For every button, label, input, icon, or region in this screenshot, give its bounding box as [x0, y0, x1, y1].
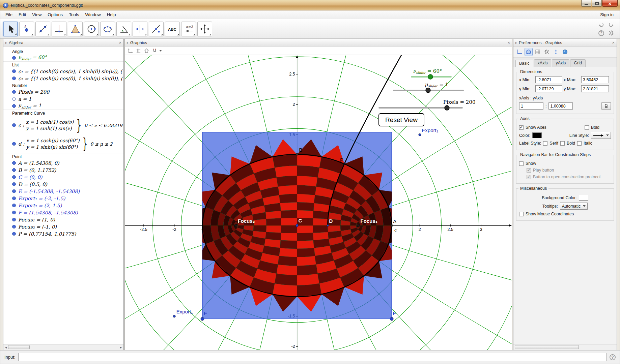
algebra-item[interactable]: Pixels = 200 — [3, 88, 123, 95]
algebra-item[interactable]: c₂ = {(1 cosh(μ) cos(0), 1 sinh(μ) sin(0… — [3, 75, 123, 82]
tool-angle[interactable] — [116, 22, 131, 36]
serif-checkbox[interactable] — [543, 141, 547, 146]
help-button[interactable]: ? — [597, 29, 605, 37]
scroll-thumb[interactable] — [515, 345, 579, 349]
italic-checkbox[interactable] — [577, 141, 582, 146]
visibility-toggle-dot[interactable] — [12, 175, 16, 179]
tool-special-line[interactable] — [149, 22, 164, 36]
preferences-close-icon[interactable]: × — [612, 40, 615, 45]
tool-line[interactable] — [35, 22, 50, 36]
minimize-button[interactable] — [581, 0, 591, 7]
line-style-dropdown[interactable] — [591, 132, 611, 139]
stylebar-capture-dropdown-arrow[interactable] — [159, 50, 162, 52]
tab-grid[interactable]: Grid — [570, 59, 586, 67]
scroll-thumb[interactable] — [8, 345, 30, 349]
undo-button[interactable] — [597, 21, 605, 28]
algebra-item[interactable]: D = (0.5, 0) — [3, 181, 123, 188]
algebra-item[interactable]: P = (0.77154, 1.01775) — [3, 230, 123, 237]
tool-dropdown-corner[interactable] — [15, 33, 17, 35]
tool-dropdown-corner[interactable] — [129, 34, 130, 35]
visibility-toggle-dot[interactable] — [12, 211, 16, 214]
tool-reflect[interactable] — [133, 22, 147, 36]
menu-file[interactable]: File — [2, 11, 16, 19]
tab-xaxis[interactable]: xAxis — [534, 59, 552, 67]
menu-window[interactable]: Window — [82, 11, 104, 19]
tool-perpendicular[interactable] — [52, 22, 66, 36]
algebra-item[interactable]: C = (0, 0) — [3, 174, 123, 181]
graphics-close-icon[interactable]: × — [507, 40, 510, 45]
visibility-toggle-dot[interactable] — [12, 77, 16, 80]
point-P[interactable] — [343, 163, 346, 165]
point-F[interactable] — [390, 317, 393, 321]
algebra-item[interactable]: B = (0, 1.1752) — [3, 166, 123, 174]
close-button[interactable]: × — [602, 0, 618, 7]
sign-in-link[interactable]: Sign in — [596, 11, 618, 19]
stylebar-home-icon[interactable] — [143, 47, 150, 54]
visibility-toggle-dot[interactable] — [12, 97, 16, 101]
scroll-right-arrow[interactable]: ▸ — [119, 345, 123, 349]
stylebar-grid-icon[interactable] — [135, 47, 142, 54]
algebra-item[interactable]: Export₁ = (-2, -1.5) — [3, 195, 123, 202]
prefs-advanced-icon[interactable] — [543, 48, 551, 56]
tool-dropdown-corner[interactable] — [145, 34, 146, 35]
point-Export₁[interactable] — [173, 315, 175, 317]
point-E[interactable] — [201, 317, 204, 321]
point-Export₂[interactable] — [419, 133, 421, 136]
algebra-item[interactable]: a = 1 — [3, 95, 123, 102]
ratio-lock-button[interactable] — [601, 102, 611, 110]
algebra-item[interactable]: μslider = 1 — [3, 102, 123, 110]
input-help-icon[interactable]: ? — [610, 354, 616, 360]
preferences-collapse-icon[interactable]: ▸ — [515, 41, 517, 44]
show-axes-checkbox[interactable] — [519, 125, 524, 130]
tool-conic[interactable] — [100, 22, 115, 36]
prefs-appearance-icon[interactable] — [561, 48, 569, 56]
visibility-toggle-dot[interactable] — [12, 168, 16, 172]
tab-basic[interactable]: Basic — [515, 60, 533, 67]
preferences-hscrollbar[interactable] — [513, 344, 617, 350]
visibility-toggle-dot[interactable] — [12, 218, 16, 221]
tool-dropdown-corner[interactable] — [96, 34, 98, 35]
tool-dropdown-corner[interactable] — [48, 34, 49, 35]
menu-edit[interactable]: Edit — [16, 11, 29, 19]
menu-help[interactable]: Help — [104, 11, 119, 19]
visibility-toggle-dot[interactable] — [12, 204, 16, 207]
tool-polygon[interactable] — [68, 22, 83, 36]
prefs-objects-icon[interactable] — [515, 48, 524, 56]
visibility-toggle-dot[interactable] — [12, 56, 16, 60]
axes-color-swatch[interactable] — [532, 132, 542, 138]
algebra-hscrollbar[interactable]: ◂ ▸ — [3, 344, 123, 350]
stylebar-axes-icon[interactable] — [127, 47, 134, 54]
algebra-item[interactable]: E = (-1.54308, -1.54308) — [3, 188, 123, 195]
x-min-input[interactable] — [535, 76, 562, 83]
tool-dropdown-corner[interactable] — [112, 34, 114, 35]
point-Focus₂[interactable] — [234, 224, 237, 227]
y-max-input[interactable] — [581, 85, 609, 92]
maximize-button[interactable] — [592, 0, 602, 7]
ratio-y-input[interactable] — [548, 102, 573, 110]
settings-button[interactable] — [607, 29, 616, 37]
visibility-toggle-dot[interactable] — [12, 196, 16, 200]
nu-slider-knob[interactable] — [428, 74, 433, 79]
tool-dropdown-corner[interactable] — [80, 34, 82, 35]
algebra-item[interactable]: c :x = 1 cosh(1) cos(ν)y = 1 sinh(1) sin… — [3, 116, 123, 134]
visibility-toggle-dot[interactable] — [12, 69, 16, 73]
background-color-swatch[interactable] — [579, 195, 588, 201]
visibility-toggle-dot[interactable] — [12, 123, 16, 127]
point-C[interactable] — [296, 224, 299, 227]
tool-move-view[interactable] — [197, 22, 212, 36]
prefs-graphics-icon[interactable] — [525, 48, 533, 56]
y-min-input[interactable] — [535, 85, 562, 92]
algebra-item[interactable]: Focus₂ = (-1, 0) — [3, 223, 123, 230]
tool-dropdown-corner[interactable] — [31, 34, 33, 35]
tool-text[interactable]: ABC — [165, 22, 180, 36]
x-max-input[interactable] — [581, 76, 609, 83]
point-A[interactable] — [391, 224, 393, 226]
redo-button[interactable] — [607, 21, 616, 28]
algebra-item[interactable]: Focus₁ = (1, 0) — [3, 216, 123, 223]
label-bold-checkbox[interactable] — [560, 141, 565, 146]
tool-dropdown-corner[interactable] — [193, 34, 195, 35]
menu-options[interactable]: Options — [45, 11, 66, 19]
tool-dropdown-corner[interactable] — [64, 34, 65, 35]
tab-yaxis[interactable]: yAxis — [552, 59, 569, 67]
input-field[interactable] — [18, 353, 607, 361]
